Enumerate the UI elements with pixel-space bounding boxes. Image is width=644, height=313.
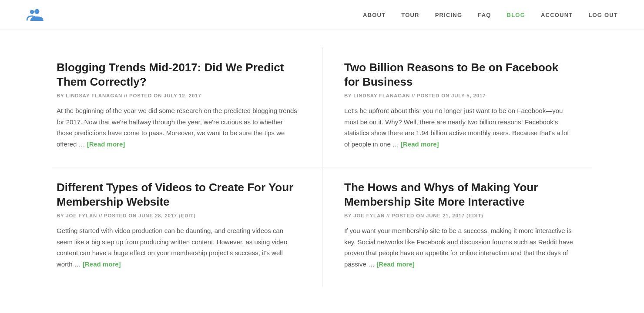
posts-grid: Blogging Trends Mid-2017: Did We Predict…: [52, 47, 592, 287]
post-meta: BY LINDSAY FLANAGAN // POSTED ON JULY 5,…: [344, 93, 574, 98]
read-more-link[interactable]: [Read more]: [401, 140, 439, 148]
post-meta: BY JOE FYLAN // POSTED ON JUNE 28, 2017 …: [57, 213, 300, 218]
post-excerpt: If you want your membership site to be a…: [344, 225, 574, 270]
post-title[interactable]: Different Types of Videos to Create For …: [57, 180, 300, 209]
post-item-2: Two Billion Reasons to Be on Facebook fo…: [322, 47, 592, 167]
nav-item-account[interactable]: Account: [541, 12, 573, 18]
nav-item-about[interactable]: About: [363, 12, 386, 18]
logo-icon: [26, 8, 44, 22]
read-more-link[interactable]: [Read more]: [376, 260, 415, 268]
main-nav: AboutTourPricingFAQBlogAccountLog Out: [363, 12, 618, 18]
nav-item-faq[interactable]: FAQ: [478, 12, 491, 18]
post-excerpt: Getting started with video production ca…: [57, 225, 300, 270]
read-more-link[interactable]: [Read more]: [83, 260, 121, 268]
nav-item-blog[interactable]: Blog: [507, 12, 525, 18]
nav-item-tour[interactable]: Tour: [401, 12, 419, 18]
post-excerpt: Let's be upfront about this: you no long…: [344, 105, 574, 150]
post-item-1: Blogging Trends Mid-2017: Did We Predict…: [52, 47, 322, 167]
post-title[interactable]: The Hows and Whys of Making Your Members…: [344, 180, 574, 209]
post-title[interactable]: Blogging Trends Mid-2017: Did We Predict…: [57, 60, 300, 89]
svg-point-0: [30, 10, 34, 14]
post-item-4: The Hows and Whys of Making Your Members…: [322, 167, 592, 287]
main-content: Blogging Trends Mid-2017: Did We Predict…: [26, 30, 618, 304]
site-header: AboutTourPricingFAQBlogAccountLog Out: [0, 0, 644, 30]
logo[interactable]: [26, 8, 48, 22]
nav-item-logout[interactable]: Log Out: [588, 12, 618, 18]
nav-item-pricing[interactable]: Pricing: [435, 12, 463, 18]
post-item-3: Different Types of Videos to Create For …: [52, 167, 322, 287]
svg-point-1: [34, 9, 39, 14]
post-title[interactable]: Two Billion Reasons to Be on Facebook fo…: [344, 60, 574, 89]
read-more-link[interactable]: [Read more]: [87, 140, 125, 148]
post-meta: BY JOE FYLAN // POSTED ON JUNE 21, 2017 …: [344, 213, 574, 218]
post-meta: BY LINDSAY FLANAGAN // POSTED ON JULY 12…: [57, 93, 300, 98]
post-excerpt: At the beginning of the year we did some…: [57, 105, 300, 150]
